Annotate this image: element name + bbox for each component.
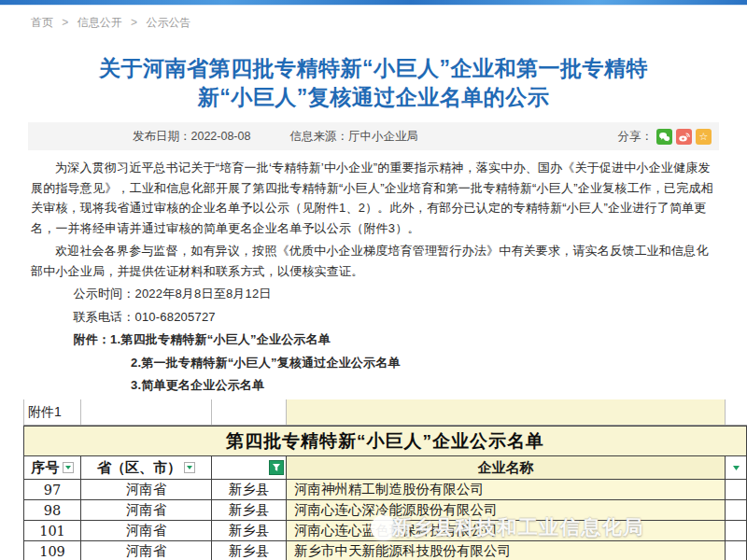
table-title: 第四批专精特新“小巨人”企业公示名单 [226,429,544,454]
filter-dropdown-company-icon[interactable] [729,462,742,473]
attachment1-spreadsheet: 附件1 第四批专精特新“小巨人”企业公示名单 序号 省（区、市） [23,399,747,560]
cell-company: 河南神州精工制造股份有限公司 [287,480,726,500]
table-title-row: 第四批专精特新“小巨人”企业公示名单 [23,426,747,455]
page-title: 关于河南省第四批专精特新“小巨人”企业和第一批专精特 新“小巨人”复核通过企业名… [47,54,700,112]
cell-company: 河南心连心深冷能源股份有限公司 [287,500,726,521]
cell-province: 河南省 [81,500,212,521]
paragraph-1: 为深入贯彻习近平总书记关于“培育一批‘专精特新’中小企业”的重要指示精神，落实中… [31,158,719,238]
empty-cell [287,399,726,425]
filter-dropdown-serial-icon[interactable] [63,462,74,473]
top-banner-bar [0,0,747,6]
cell-company: 河南心连心蓝色环保科技有限公司 [287,521,726,541]
cell-serial: 109 [23,541,81,560]
header-extra [726,456,747,480]
attachments-line-3: 3.简单更名企业公示名单 [31,375,719,396]
cell-county: 新乡县 [212,500,287,521]
cell-county: 新乡县 [212,541,287,560]
empty-cell [726,399,747,425]
filter-dropdown-province-icon[interactable] [184,462,195,473]
breadcrumb-separator: > [62,16,68,29]
empty-cell [726,500,747,521]
empty-cell [81,399,212,425]
header-serial-label: 序号 [32,459,60,477]
header-company-label: 企业名称 [478,459,534,477]
header-province-label: 省（区、市） [97,459,181,477]
table-row: 97 河南省 新乡县 河南神州精工制造股份有限公司 [23,480,747,500]
header-county [212,456,287,480]
article-body: 为深入贯彻习近平总书记关于“培育一批‘专精特新’中小企业”的重要指示精神，落实中… [31,155,719,424]
table-row: 101 河南省 新乡县 河南心连心蓝色环保科技有限公司 [23,521,747,541]
share-weibo-icon[interactable] [676,129,692,145]
cell-province: 河南省 [81,521,212,541]
filter-active-funnel-icon[interactable] [269,460,284,475]
cell-serial: 101 [23,521,81,541]
notice-time: 公示时间：2022年8月8日至8月12日 [31,284,719,304]
share-bar: 分享： ☆ [618,129,712,145]
cell-province: 河南省 [81,480,212,500]
share-wechat-icon[interactable] [656,129,672,145]
header-serial: 序号 [23,456,81,480]
empty-cell [212,399,287,425]
empty-cell [726,521,747,541]
page-title-line1: 关于河南省第四批专精特新“小巨人”企业和第一批专精特 [99,56,648,80]
share-qzone-icon[interactable]: ☆ [696,129,712,145]
breadcrumb-home-link[interactable]: 首页 [31,16,53,29]
cell-company: 新乡市中天新能源科技股份有限公司 [287,541,726,560]
breadcrumb-info-link[interactable]: 信息公开 [78,16,122,29]
breadcrumb-separator: > [131,16,137,29]
table-row: 109 河南省 新乡县 新乡市中天新能源科技股份有限公司 [23,541,747,560]
cell-province: 河南省 [81,541,212,560]
publish-date: 发布日期：2022-08-08 [133,129,250,145]
cell-serial: 98 [23,500,81,521]
breadcrumb-notice-link[interactable]: 公示公告 [146,16,190,29]
cell-county: 新乡县 [212,480,287,500]
breadcrumb: 首页 > 信息公开 > 公示公告 [31,15,190,31]
cell-county: 新乡县 [212,521,287,541]
header-company: 企业名称 [287,456,726,480]
empty-cell [726,480,747,500]
table-row: 98 河南省 新乡县 河南心连心深冷能源股份有限公司 [23,500,747,521]
attachment1-label: 附件1 [23,399,81,425]
share-label: 分享： [618,129,654,145]
cell-serial: 97 [23,480,81,500]
page-title-line2: 新“小巨人”复核通过企业名单的公示 [198,85,550,109]
page: 首页 > 信息公开 > 公示公告 关于河南省第四批专精特新“小巨人”企业和第一批… [0,0,747,560]
info-source: 信息来源：厅中小企业局 [289,129,418,145]
header-province: 省（区、市） [81,456,212,480]
attachments-line-1: 附件：1.第四批专精特新“小巨人”企业公示名单 [31,329,719,350]
meta-bar: 发布日期：2022-08-08 信息来源：厅中小企业局 分享： [28,122,719,150]
attachments-line-2: 2.第一批专精特新“小巨人”复核通过企业公示名单 [31,353,719,373]
table-header-row: 序号 省（区、市） 企业名称 [23,455,747,480]
paragraph-2: 欢迎社会各界参与监督，如有异议，按照《优质中小企业梯度培育管理暂行办法》中有关要… [31,241,719,281]
empty-cell [726,541,747,560]
contact-phone: 联系电话：010-68205727 [31,307,719,328]
attachment1-label-row: 附件1 [23,399,747,426]
